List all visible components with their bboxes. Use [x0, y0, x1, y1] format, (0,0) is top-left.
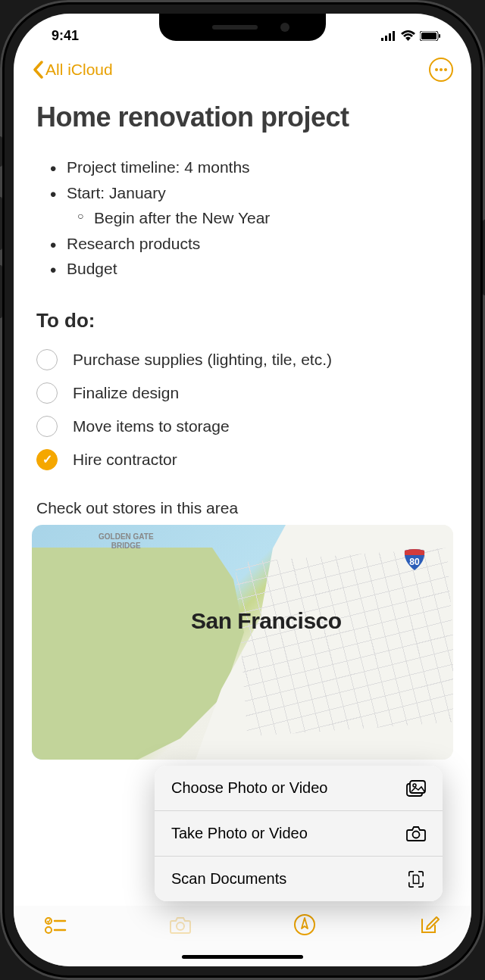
camera-icon: [406, 826, 426, 842]
checklist-toolbar-icon[interactable]: [44, 913, 67, 936]
more-button[interactable]: [429, 58, 453, 82]
status-icons: [381, 30, 441, 41]
svg-point-17: [45, 927, 52, 933]
svg-rect-6: [439, 34, 440, 38]
popup-label: Choose Photo or Video: [171, 779, 327, 797]
bullet-list[interactable]: Project timeline: 4 months Start: Januar…: [36, 154, 449, 282]
navigation-bar: All iCloud: [14, 51, 471, 88]
svg-rect-3: [393, 31, 395, 41]
scan-documents-button[interactable]: Scan Documents: [155, 857, 443, 901]
battery-icon: [420, 31, 441, 41]
checklist[interactable]: Purchase supplies (lighting, tile, etc.)…: [36, 343, 449, 476]
checkbox-checked-icon[interactable]: [36, 449, 58, 470]
checklist-item[interactable]: Move items to storage: [36, 410, 449, 443]
wifi-icon: [401, 30, 415, 41]
home-indicator[interactable]: [182, 955, 303, 959]
markup-toolbar-icon[interactable]: [293, 913, 316, 936]
checklist-item[interactable]: Hire contractor: [36, 443, 449, 476]
screen: 9:41 All iCloud September 7, 2021 at 3:4…: [14, 14, 471, 966]
todo-heading[interactable]: To do:: [36, 309, 449, 332]
popup-label: Scan Documents: [171, 870, 286, 888]
svg-text:80: 80: [409, 557, 420, 567]
svg-point-7: [435, 68, 438, 71]
note-title[interactable]: Home renovation project: [36, 101, 449, 133]
map-city-label: San Francisco: [191, 608, 342, 634]
take-photo-video-button[interactable]: Take Photo or Video: [155, 811, 443, 857]
cellular-icon: [381, 31, 396, 41]
compose-toolbar-icon[interactable]: [418, 913, 441, 936]
checkbox-unchecked-icon[interactable]: [36, 382, 58, 404]
svg-point-14: [413, 831, 420, 838]
checklist-item[interactable]: Finalize design: [36, 376, 449, 410]
checklist-item[interactable]: Purchase supplies (lighting, tile, etc.): [36, 343, 449, 376]
back-button[interactable]: All iCloud: [32, 61, 113, 79]
checkbox-unchecked-icon[interactable]: [36, 349, 58, 370]
list-item[interactable]: Budget: [50, 256, 449, 282]
svg-point-8: [440, 68, 443, 71]
back-label: All iCloud: [45, 61, 113, 79]
svg-point-9: [444, 68, 447, 71]
list-item[interactable]: Research products: [50, 231, 449, 257]
map-bridge-label: GOLDEN GATEBRIDGE: [99, 532, 154, 551]
photo-library-icon: [406, 780, 426, 797]
choose-photo-video-button[interactable]: Choose Photo or Video: [155, 766, 443, 811]
svg-rect-1: [385, 36, 387, 41]
checklist-label[interactable]: Move items to storage: [73, 417, 230, 435]
list-item[interactable]: Start: January: [50, 180, 449, 206]
note-content[interactable]: Home renovation project Project timeline…: [14, 101, 471, 517]
checkbox-unchecked-icon[interactable]: [36, 416, 58, 437]
status-time: 9:41: [52, 28, 79, 44]
list-item[interactable]: Project timeline: 4 months: [50, 154, 449, 180]
checklist-label[interactable]: Finalize design: [73, 384, 179, 402]
phone-frame: 9:41 All iCloud September 7, 2021 at 3:4…: [0, 0, 485, 980]
chevron-left-icon: [32, 61, 44, 79]
checklist-label[interactable]: Purchase supplies (lighting, tile, etc.): [73, 351, 332, 369]
map-attachment[interactable]: GOLDEN GATEBRIDGE 80 San Francisco: [32, 525, 453, 760]
ellipsis-icon: [435, 68, 447, 71]
document-scan-icon: [406, 871, 426, 888]
svg-rect-2: [389, 33, 391, 41]
map-caption[interactable]: Check out stores in this area: [36, 499, 449, 517]
svg-rect-0: [381, 38, 383, 41]
popup-label: Take Photo or Video: [171, 825, 308, 842]
notch: [159, 14, 326, 41]
attachment-popup-menu: Choose Photo or Video Take Photo or Vide…: [155, 766, 443, 901]
checklist-label[interactable]: Hire contractor: [73, 451, 177, 469]
interstate-shield-icon: 80: [403, 548, 426, 570]
list-item[interactable]: Begin after the New Year: [77, 205, 449, 231]
svg-point-19: [177, 922, 184, 930]
camera-toolbar-icon[interactable]: [169, 913, 192, 936]
svg-rect-5: [421, 33, 436, 39]
